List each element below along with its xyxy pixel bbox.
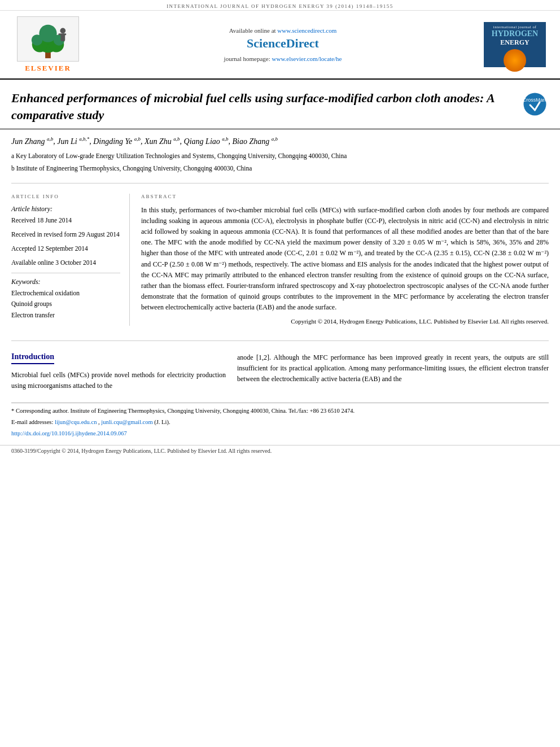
svg-point-8 [60,28,65,34]
journal-logo-box: international journal of HYDROGEN ENERGY [484,22,546,67]
authors-line: Jun Zhang a,b, Jun Li a,b,*, Dingding Ye… [11,135,549,148]
abstract-heading: Abstract [141,194,549,199]
svg-point-12 [523,93,546,115]
accepted-date: Accepted 12 September 2014 [11,244,120,254]
journal-banner: International Journal of Hydrogen Energy… [0,0,560,11]
abstract-text: In this study, performances of two-chamb… [141,205,549,313]
keywords-label: Keywords: [11,278,120,286]
article-title: Enhanced performances of microbial fuel … [11,90,515,123]
sciencedirect-url[interactable]: www.sciencedirect.com [277,27,336,34]
authors-section: Jun Zhang a,b, Jun Li a,b,*, Dingding Ye… [0,129,560,178]
received-date: Received 18 June 2014 [11,216,120,225]
article-info-abstract-section: Article Info Article history: Received 1… [0,188,560,335]
doi-line: http://dx.doi.org/10.1016/j.ijhydene.201… [11,429,549,438]
elsevier-tree-image [17,16,79,62]
affiliation-b: b Institute of Engineering Thermophysics… [11,164,549,173]
keyword-2: Quinoid groups [11,299,120,310]
received-revised-date: Received in revised form 29 August 2014 [11,230,120,239]
available-online-date: Available online 3 October 2014 [11,258,120,268]
elsevier-logo: ELSEVIER [11,16,85,73]
divider-after-authors [11,183,549,184]
introduction-heading: Introduction [11,352,54,364]
introduction-right-col: anode [1,2]. Although the MFC performanc… [237,352,549,391]
center-header: Available online at www.sciencedirect.co… [85,27,481,62]
footer-bar: 0360-3199/Copyright © 2014, Hydrogen Ene… [0,445,560,456]
corresponding-author-note: * Corresponding author. Institute of Eng… [11,407,549,416]
available-online-text: Available online at www.sciencedirect.co… [96,27,470,34]
keyword-1: Electrochemical oxidation [11,288,120,299]
svg-rect-10 [59,33,62,35]
introduction-left-col: Introduction Microbial fuel cells (MFCs)… [11,352,226,391]
journal-logo: international journal of HYDROGEN ENERGY [481,22,549,67]
email1-link[interactable]: lijun@cqu.edu.cn [55,419,97,425]
journal-name-text: International Journal of Hydrogen Energy… [167,3,393,9]
journal-homepage-label: journal homepage: [224,55,270,62]
journal-energy-text: ENERGY [487,38,543,47]
introduction-left-text: Microbial fuel cells (MFCs) provide nove… [11,370,226,391]
introduction-right-text: anode [1,2]. Although the MFC performanc… [237,352,549,385]
keyword-3: Electron transfer [11,310,120,321]
journal-homepage-line: journal homepage: www.elsevier.com/locat… [96,55,470,62]
article-title-section: Enhanced performances of microbial fuel … [0,80,560,129]
copyright-text: Copyright © 2014, Hydrogen Energy Public… [141,317,549,326]
footer-text: 0360-3199/Copyright © 2014, Hydrogen Ene… [11,448,272,454]
email2-link[interactable]: junli.cqu@gmail.com [101,419,152,425]
article-history-label: Article history: [11,205,120,213]
keywords-divider [11,273,120,273]
journal-logo-circle [504,49,526,72]
main-content-divider [11,340,549,341]
journal-intl-text: international journal of [487,25,543,29]
doi-link[interactable]: http://dx.doi.org/10.1016/j.ijhydene.201… [11,430,127,436]
sd-logo-text: ScienceDirect [247,36,319,50]
abstract-column: Abstract In this study, performances of … [141,194,549,326]
footnote-divider [11,403,549,403]
title-with-crossmark: Enhanced performances of microbial fuel … [11,90,549,123]
header-section: ELSEVIER Available online at www.science… [0,11,560,80]
email-note: E-mail addresses: lijun@cqu.edu.cn , jun… [11,418,549,427]
journal-homepage-url[interactable]: www.elsevier.com/locate/he [272,55,342,62]
introduction-section: Introduction Microbial fuel cells (MFCs)… [0,347,560,397]
crossmark-badge: CrossMark [520,90,549,118]
article-info-column: Article Info Article history: Received 1… [11,194,130,326]
article-info-heading: Article Info [11,194,120,199]
journal-hydrogen-text: HYDROGEN [487,29,543,38]
svg-rect-11 [63,33,66,35]
elsevier-brand-text: ELSEVIER [25,64,71,73]
svg-text:CrossMark: CrossMark [522,97,547,103]
affiliation-a: a Key Laboratory of Low-grade Energy Uti… [11,151,549,161]
footnotes-section: * Corresponding author. Institute of Eng… [0,407,560,444]
sciencedirect-logo: ScienceDirect [96,36,470,51]
svg-point-6 [32,34,43,45]
